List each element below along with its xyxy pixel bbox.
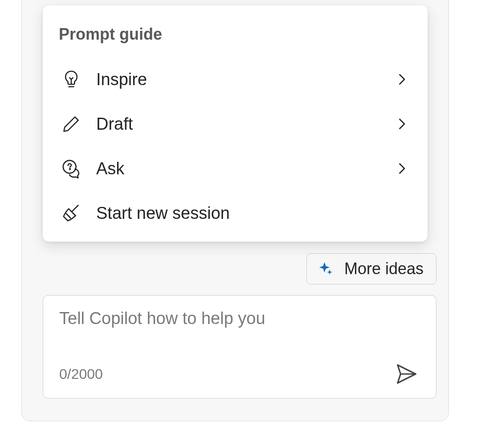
char-count: 0/2000 (59, 366, 103, 382)
sparkle-icon (317, 260, 334, 278)
popup-item-draft[interactable]: Draft (59, 102, 412, 146)
send-button[interactable] (393, 361, 420, 387)
chevron-right-icon (394, 116, 410, 132)
lightbulb-icon (61, 69, 82, 90)
popup-item-label: Start new session (96, 204, 410, 223)
popup-item-label: Draft (96, 115, 379, 134)
popup-item-start-new-session[interactable]: Start new session (59, 191, 412, 235)
popup-list: Inspire Draft (59, 57, 412, 235)
svg-point-4 (69, 169, 70, 169)
compose-box: 0/2000 (43, 295, 436, 399)
popup-title: Prompt guide (59, 25, 412, 44)
popup-item-inspire[interactable]: Inspire (59, 57, 412, 102)
more-ideas-label: More ideas (344, 259, 424, 278)
popup-item-label: Ask (96, 159, 379, 178)
svg-line-5 (72, 206, 78, 212)
compose-footer: 0/2000 (59, 361, 420, 387)
chat-question-icon (61, 158, 82, 179)
svg-line-6 (66, 214, 70, 218)
more-ideas-button[interactable]: More ideas (306, 253, 436, 284)
pencil-icon (61, 113, 82, 135)
send-icon (395, 362, 419, 386)
prompt-guide-popup: Prompt guide Inspire (43, 5, 428, 242)
popup-item-label: Inspire (96, 70, 379, 89)
popup-item-ask[interactable]: Ask (59, 146, 412, 191)
broom-icon (61, 202, 82, 224)
chevron-right-icon (394, 71, 410, 87)
compose-input[interactable] (59, 309, 420, 328)
chevron-right-icon (394, 160, 410, 177)
